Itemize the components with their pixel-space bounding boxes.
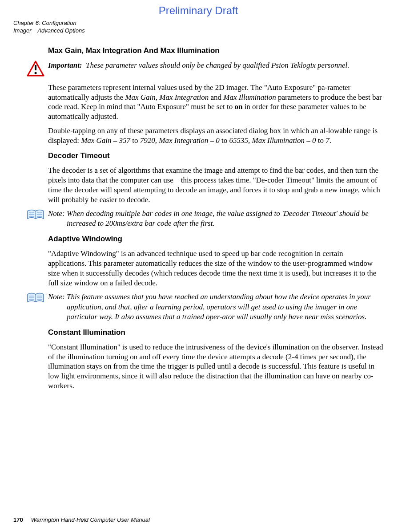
heading-decoder-timeout: Decoder Timeout — [48, 151, 383, 160]
preliminary-draft-banner: Preliminary Draft — [13, 4, 383, 17]
note-label-1: Note: — [48, 209, 65, 218]
paragraph-3: The decoder is a set of algorithms that … — [48, 166, 383, 204]
book-icon — [23, 209, 48, 221]
important-body: Important: These parameter values should… — [48, 61, 383, 70]
svg-rect-1 — [35, 65, 36, 70]
note-body-2: Note: This feature assumes that you have… — [48, 292, 383, 321]
header-section: Imager – Advanced Options — [13, 27, 383, 35]
header-chapter: Chapter 6: Configuration — [13, 20, 383, 27]
book-icon — [23, 292, 48, 305]
page-footer: 170Warrington Hand-Held Computer User Ma… — [13, 516, 150, 523]
note-label-2: Note: — [48, 292, 65, 301]
footer-title: Warrington Hand-Held Computer User Manua… — [31, 516, 150, 523]
page-header: Chapter 6: Configuration Imager – Advanc… — [13, 20, 383, 35]
paragraph-2: Double-tapping on any of these parameter… — [48, 126, 383, 146]
note-text-1: When decoding multiple bar codes in one … — [67, 209, 369, 227]
note-callout-2: Note: This feature assumes that you have… — [23, 292, 383, 321]
warning-icon — [23, 61, 48, 77]
important-label: Important: — [48, 61, 82, 69]
heading-constant-illumination: Constant Illumination — [48, 328, 383, 337]
note-callout-1: Note: When decoding multiple bar codes i… — [23, 209, 383, 228]
heading-adaptive-windowing: Adaptive Windowing — [48, 235, 383, 244]
page-number: 170 — [13, 516, 23, 523]
page-content: Max Gain, Max Integration And Max Illumi… — [13, 46, 383, 391]
paragraph-5: "Constant Illumination" is used to reduc… — [48, 342, 383, 391]
heading-max-gain: Max Gain, Max Integration And Max Illumi… — [48, 46, 383, 55]
important-text: These parameter values should only be ch… — [86, 61, 349, 69]
important-callout: Important: These parameter values should… — [23, 61, 383, 77]
note-body-1: Note: When decoding multiple bar codes i… — [48, 209, 383, 228]
paragraph-4: "Adaptive Windowing" is an advanced tech… — [48, 249, 383, 288]
note-text-2: This feature assumes that you have reach… — [67, 292, 371, 321]
paragraph-1: These parameters represent internal valu… — [48, 83, 383, 122]
svg-point-2 — [35, 72, 37, 74]
